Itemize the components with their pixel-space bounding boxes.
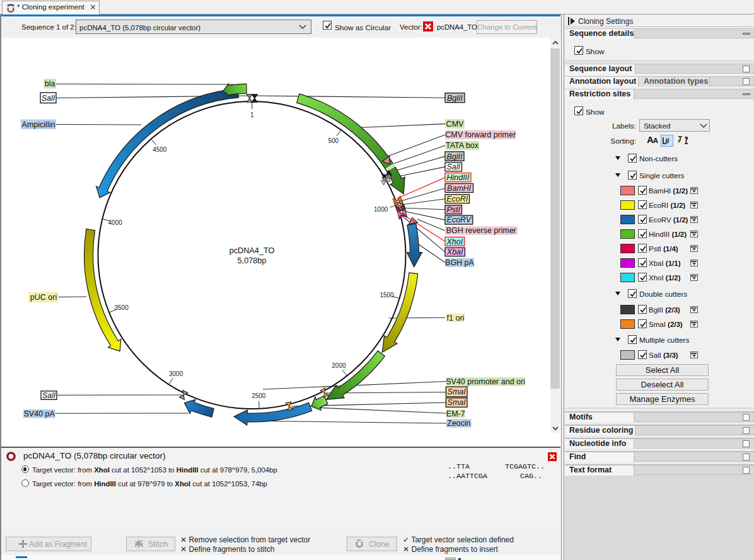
svg-text:2000: 2000 [332,362,346,369]
svg-text:SmaI: SmaI [448,387,467,396]
svg-text:1: 1 [250,111,254,118]
svg-text:HindIII: HindIII [446,173,470,182]
svg-text:BamHI: BamHI [447,184,472,193]
svg-text:SV40 pA: SV40 pA [24,409,55,418]
svg-text:XhoI: XhoI [446,237,463,246]
svg-text:SV40 promoter and ori: SV40 promoter and ori [446,377,525,386]
svg-text:1500: 1500 [380,292,394,299]
svg-text:SalI: SalI [42,94,55,103]
svg-text:XbaI: XbaI [446,248,463,256]
svg-text:3500: 3500 [114,304,129,311]
svg-text:EcoRI: EcoRI [446,195,468,203]
svg-text:pcDNA4_TO: pcDNA4_TO [229,246,275,255]
svg-text:PstI: PstI [446,205,460,214]
svg-text:2500: 2500 [252,392,266,399]
svg-text:Zeocin: Zeocin [447,419,471,428]
svg-text:1000: 1000 [374,206,388,213]
svg-text:3000: 3000 [169,370,183,377]
svg-text:CMV forward primer: CMV forward primer [445,130,516,139]
svg-text:EM-7: EM-7 [446,409,465,418]
svg-text:SalI: SalI [42,391,56,400]
svg-text:BglII: BglII [447,94,463,103]
svg-text:bla: bla [45,79,55,88]
svg-text:TATA box: TATA box [446,141,479,150]
svg-text:EcoRV: EcoRV [447,215,472,224]
svg-text:500: 500 [328,137,339,144]
svg-text:BGH reverse primer: BGH reverse primer [446,226,516,235]
svg-text:BglII: BglII [446,152,463,161]
svg-text:pUC ori: pUC ori [30,293,57,302]
svg-text:#: # [665,137,670,146]
svg-text:SmaI: SmaI [448,398,467,407]
svg-text:Ampicillin: Ampicillin [22,120,55,129]
svg-text:f1 ori: f1 ori [447,314,465,323]
svg-text:SalI: SalI [446,163,460,171]
svg-text:5,078bp: 5,078bp [238,256,267,265]
svg-text:BGH pA: BGH pA [445,258,475,267]
svg-text:4500: 4500 [153,146,167,153]
svg-text:CMV: CMV [446,120,464,129]
svg-text:4000: 4000 [108,219,123,226]
